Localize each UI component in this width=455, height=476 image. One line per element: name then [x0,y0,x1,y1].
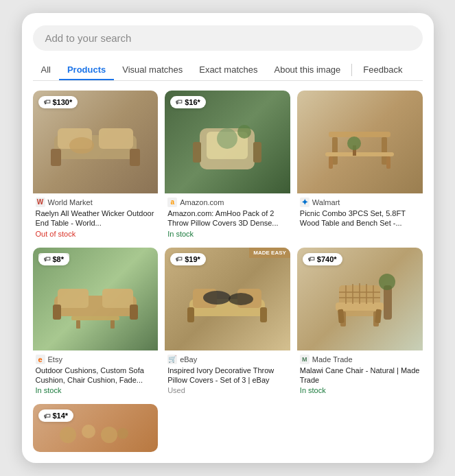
price-badge-5: 🏷 $19* [170,253,206,265]
svg-rect-8 [193,142,201,163]
svg-point-19 [347,136,361,150]
svg-rect-25 [71,316,119,320]
product-title-1: Raelyn All Weather Wicker Outdoor End Ta… [36,209,156,228]
svg-rect-26 [76,320,80,329]
svg-rect-22 [102,289,133,308]
svg-rect-13 [332,137,338,165]
svg-rect-17 [386,156,390,169]
product-card-5[interactable]: MADE EASY 🏷 $19* [165,248,290,398]
store-logo-1: W [36,198,45,207]
price-badge-4: 🏷 $8* [38,253,70,265]
svg-rect-27 [110,320,115,329]
product-info-5: 🛒 eBay Inspired Ivory Decorative Throw P… [165,350,290,398]
partial-product-image: 🏷 $14* [33,404,159,452]
svg-rect-15 [325,152,394,156]
svg-point-10 [217,128,237,149]
tab-divider [351,64,352,76]
stock-status-5: Used [167,386,288,394]
product-card-1[interactable]: 🏷 $130* W World Market Raelyn All Weathe… [33,91,159,241]
stock-status-4: In stock [36,386,156,394]
store-name-4: Etsy [48,355,62,364]
svg-point-11 [237,125,251,139]
product-image-2: 🏷 $16* [165,91,290,193]
partial-row: 🏷 $14* [33,404,423,452]
price-badge-partial: 🏷 $14* [38,409,74,422]
svg-point-51 [82,425,95,438]
store-logo-3: ✦ [300,198,310,207]
tab-visual[interactable]: Visual matches [114,60,191,80]
main-card: Add to your search All Products Visual m… [22,13,434,463]
partial-product-card[interactable]: 🏷 $14* [33,404,159,452]
search-bar[interactable]: Add to your search [33,25,423,51]
products-grid: 🏷 $130* W World Market Raelyn All Weathe… [33,91,423,397]
svg-rect-32 [260,307,267,322]
store-logo-5: 🛒 [167,355,177,364]
store-name-1: World Market [48,198,93,206]
stock-status-6: In stock [300,386,420,394]
store-name-6: Made Trade [312,355,353,364]
svg-rect-21 [58,289,89,308]
price-badge-6: 🏷 $740* [303,253,342,265]
svg-rect-2 [99,128,133,149]
store-logo-2: a [167,198,177,207]
product-title-4: Outdoor Cushions, Custom Sofa Cushion, C… [36,366,156,385]
product-info-6: M Made Trade Malawi Cane Chair - Natural… [297,350,423,398]
svg-rect-14 [382,137,387,165]
store-logo-4: e [36,355,45,364]
svg-point-49 [379,274,395,290]
store-name-3: Walmart [312,198,340,206]
tab-exact[interactable]: Exact matches [191,60,266,80]
price-badge-1: 🏷 $130* [38,96,78,108]
product-image-5: MADE EASY 🏷 $19* [165,248,290,350]
store-name-2: Amazon.com [180,198,224,206]
svg-rect-4 [130,149,140,166]
svg-rect-23 [53,305,61,320]
svg-rect-31 [187,307,194,322]
tab-products[interactable]: Products [59,60,114,80]
svg-point-50 [60,427,76,443]
product-card-2[interactable]: 🏷 $16* a Amazon.com Amazon.com: AmHoo Pa… [165,91,290,241]
product-title-2: Amazon.com: AmHoo Pack of 2 Throw Pillow… [167,209,288,228]
svg-rect-9 [253,142,261,163]
product-image-3 [297,91,423,193]
product-image-4: sunbrella 🏷 [33,248,159,350]
product-info-1: W World Market Raelyn All Weather Wicker… [33,193,159,241]
product-title-3: Picnic Combo 3PCS Set, 5.8FT Wood Table … [300,209,420,228]
product-card-6[interactable]: 🏷 $740* M Made Trade Malawi Cane Chair -… [297,248,423,398]
product-image-6: 🏷 $740* [297,248,423,350]
tab-about[interactable]: About this image [266,60,349,80]
svg-rect-48 [384,285,392,320]
product-card-4[interactable]: sunbrella 🏷 [33,248,159,398]
store-name-5: eBay [180,355,197,364]
product-card-3[interactable]: ✦ Walmart Picnic Combo 3PCS Set, 5.8FT W… [297,91,423,241]
svg-rect-12 [329,132,390,137]
tab-feedback[interactable]: Feedback [355,60,410,80]
product-title-5: Inspired Ivory Decorative Throw Pillow C… [167,366,288,385]
stock-status-2: In stock [167,230,288,238]
product-info-4: e Etsy Outdoor Cushions, Custom Sofa Cus… [33,350,159,398]
tabs-container: All Products Visual matches Exact matche… [33,60,423,81]
svg-rect-24 [130,305,138,320]
store-logo-6: M [300,355,310,364]
svg-point-53 [117,428,128,439]
svg-rect-16 [329,156,333,169]
product-title-6: Malawi Cane Chair - Natural | Made Trade [300,366,420,385]
svg-point-34 [229,293,253,305]
tab-all[interactable]: All [33,60,59,80]
search-placeholder: Add to your search [45,32,132,44]
svg-point-5 [69,137,94,154]
product-image-1: 🏷 $130* [33,91,159,193]
price-badge-2: 🏷 $16* [170,96,206,108]
product-info-3: ✦ Walmart Picnic Combo 3PCS Set, 5.8FT W… [297,193,423,233]
svg-point-52 [101,427,117,443]
svg-rect-3 [51,149,61,166]
svg-point-33 [203,291,231,305]
product-info-2: a Amazon.com Amazon.com: AmHoo Pack of 2… [165,193,290,241]
stock-status-1: Out of stock [36,230,156,238]
